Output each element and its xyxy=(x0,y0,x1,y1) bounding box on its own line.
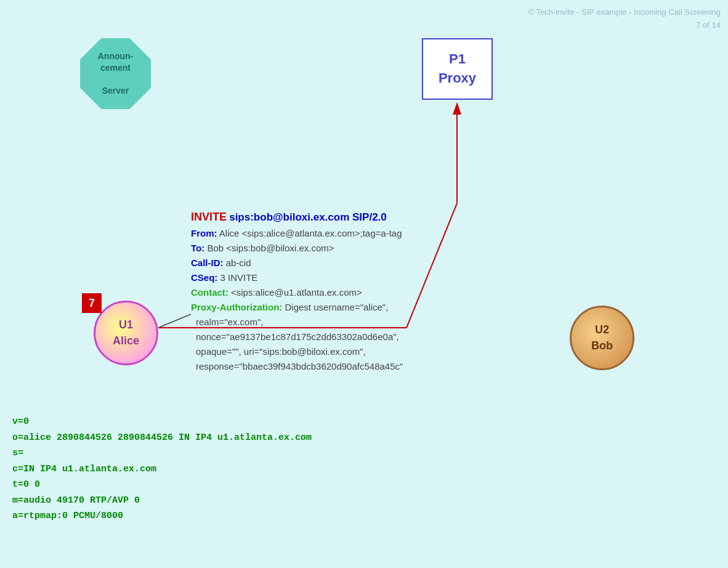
sip-contact-line: Contact: <sips:alice@u1.atlanta.ex.com> xyxy=(191,285,403,300)
sip-contact-value: <sips:alice@u1.atlanta.ex.com> xyxy=(231,287,362,298)
sdp-t: t=0 0 xyxy=(12,477,312,493)
sip-to-value: Bob <sips:bob@biloxi.ex.com> xyxy=(207,243,334,253)
sdp-s: s= xyxy=(12,445,312,461)
sip-proxy-auth-line1: Proxy-Authorization: Digest username="al… xyxy=(191,300,403,315)
sip-cseq-label: CSeq: xyxy=(191,272,217,283)
u1-alice-circle: U1 Alice xyxy=(94,301,158,365)
watermark-line2: 7 of 14 xyxy=(528,19,721,32)
u1-alice-label: U1 Alice xyxy=(113,317,139,348)
svg-line-2 xyxy=(406,203,457,328)
announcement-server-label: Announ- cement Server xyxy=(80,38,151,109)
sip-invite-line: INVITE sips:bob@biloxi.ex.com SIP/2.0 xyxy=(191,208,403,226)
sip-to-line: To: Bob <sips:bob@biloxi.ex.com> xyxy=(191,241,403,256)
sip-proxy-auth-label: Proxy-Authorization: xyxy=(191,302,282,312)
sip-callid-label: Call-ID: xyxy=(191,258,224,268)
step-badge: 7 xyxy=(82,293,102,313)
sdp-block: v=0 o=alice 2890844526 2890844526 IN IP4… xyxy=(12,414,312,524)
u2-bob-label: U2 Bob xyxy=(591,322,613,353)
sip-proxy-auth-value1: Digest username="alice", xyxy=(285,302,389,312)
sdp-c: c=IN IP4 u1.atlanta.ex.com xyxy=(12,461,312,477)
sip-to-label: To: xyxy=(191,243,204,253)
sip-callid-line: Call-ID: ab-cid xyxy=(191,256,403,270)
sip-invite-method: INVITE xyxy=(191,211,227,223)
sip-callid-value: ab-cid xyxy=(226,258,251,268)
sdp-v: v=0 xyxy=(12,414,312,430)
watermark: © Tech-invite - SIP example - Incoming C… xyxy=(528,6,721,32)
sip-cseq-line: CSeq: 3 INVITE xyxy=(191,270,403,285)
sip-proxy-auth-line2: realm="ex.com", xyxy=(191,315,403,330)
svg-line-4 xyxy=(158,314,191,328)
sip-proxy-auth-value2: realm="ex.com", xyxy=(196,317,263,327)
sip-from-label: From: xyxy=(191,228,217,238)
sdp-a: a=rtpmap:0 PCMU/8000 xyxy=(12,508,312,524)
sdp-o: o=alice 2890844526 2890844526 IN IP4 u1.… xyxy=(12,430,312,446)
sip-message-block: INVITE sips:bob@biloxi.ex.com SIP/2.0 Fr… xyxy=(191,208,403,374)
sip-proxy-auth-line3: nonce="ae9137be1c87d175c2dd63302a0d6e0a"… xyxy=(191,330,403,344)
sip-cseq-value: 3 INVITE xyxy=(220,272,258,283)
sip-invite-url: sips:bob@biloxi.ex.com SIP/2.0 xyxy=(229,211,387,223)
sdp-m: m=audio 49170 RTP/AVP 0 xyxy=(12,493,312,509)
p1-proxy-label: P1 Proxy xyxy=(439,50,476,88)
watermark-line1: © Tech-invite - SIP example - Incoming C… xyxy=(528,6,721,19)
sip-proxy-auth-value3: nonce="ae9137be1c87d175c2dd63302a0d6e0a"… xyxy=(196,331,399,342)
u2-bob-circle: U2 Bob xyxy=(570,306,634,370)
sip-proxy-auth-line4: opaque="", uri="sips:bob@biloxi.ex.com", xyxy=(191,344,403,359)
p1-proxy-box: P1 Proxy xyxy=(422,38,493,100)
sip-proxy-auth-value5: response="bbaec39f943bdcb3620d90afc548a4… xyxy=(196,361,403,371)
sip-from-line: From: Alice <sips:alice@atlanta.ex.com>;… xyxy=(191,226,403,241)
sip-from-value: Alice <sips:alice@atlanta.ex.com>;tag=a-… xyxy=(219,228,402,238)
sip-proxy-auth-value4: opaque="", uri="sips:bob@biloxi.ex.com", xyxy=(196,346,366,357)
sip-proxy-auth-line5: response="bbaec39f943bdcb3620d90afc548a4… xyxy=(191,359,403,374)
sip-contact-label: Contact: xyxy=(191,287,229,298)
